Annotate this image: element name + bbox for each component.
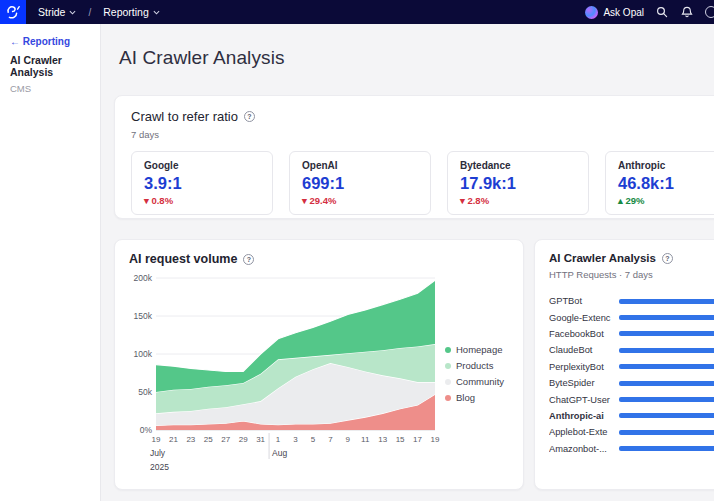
metric-card-bytedance[interactable]: Bytedance17.9k:1▾ 2.8%	[447, 151, 589, 215]
y-tick-label: 0%	[140, 425, 153, 435]
metric-card-google[interactable]: Google3.9:1▾ 0.8%	[131, 151, 273, 215]
crawler-label: Applebot-Exte	[549, 427, 613, 437]
legend-item-blog[interactable]: Blog	[445, 392, 504, 403]
crawler-row-amazonbot-[interactable]: Amazonbot-...	[549, 441, 714, 457]
crawler-label: ChatGPT-User	[549, 395, 613, 405]
crawler-bar	[619, 413, 714, 418]
metric-delta: ▾ 29.4%	[302, 195, 418, 206]
metric-label: Anthropic	[618, 160, 714, 171]
legend-dot	[445, 379, 451, 385]
y-tick-label: 50k	[138, 387, 152, 397]
crawler-row-anthropic-ai[interactable]: Anthropic-ai	[549, 408, 714, 424]
sidebar-back-reporting-link[interactable]: ← Reporting	[10, 36, 92, 47]
crawler-card-title: AI Crawler Analysis	[549, 252, 656, 264]
crawl-to-refer-ratio-card: Crawl to refer ratio ? 7 days Google3.9:…	[114, 95, 714, 219]
metric-label: Google	[144, 160, 260, 171]
x-tick-label: 3	[293, 435, 298, 444]
metric-value: 3.9:1	[144, 174, 260, 193]
metric-label: Bytedance	[460, 160, 576, 171]
crawler-label: Amazonbot-...	[549, 444, 613, 454]
search-icon[interactable]	[655, 5, 669, 19]
legend-dot	[445, 347, 451, 353]
crawler-row-gptbot[interactable]: GPTBot	[549, 293, 714, 309]
chart-legend: HomepageProductsCommunityBlog	[445, 344, 504, 474]
ask-opal-button[interactable]: Ask Opal	[585, 6, 644, 19]
chevron-down-icon	[153, 9, 160, 16]
ratio-card-title: Crawl to refer ratio	[131, 109, 238, 124]
crawler-label: GPTBot	[549, 296, 613, 306]
triangle-up-icon: ▴	[618, 195, 623, 206]
crawler-bar	[619, 397, 714, 402]
x-tick-label: 21	[169, 435, 178, 444]
crawler-label: PerplexityBot	[549, 362, 613, 372]
legend-label: Blog	[456, 392, 475, 403]
crawler-label: ClaudeBot	[549, 345, 613, 355]
crawler-row-perplexitybot[interactable]: PerplexityBot	[549, 359, 714, 375]
x-tick-label: 1	[276, 435, 281, 444]
crawler-bar	[619, 364, 714, 369]
nav-reporting-menu[interactable]: Reporting	[103, 6, 160, 18]
x-tick-label: 19	[152, 435, 161, 444]
year-label: 2025	[150, 462, 169, 472]
crawler-label: FacebookBot	[549, 329, 613, 339]
ratio-card-range: 7 days	[131, 129, 714, 140]
metric-card-anthropic[interactable]: Anthropic46.8k:1▴ 29%	[605, 151, 714, 215]
x-tick-label: 9	[346, 435, 351, 444]
crawler-row-chatgpt-user[interactable]: ChatGPT-User	[549, 391, 714, 407]
bell-icon[interactable]	[680, 5, 694, 19]
x-tick-label: 23	[186, 435, 195, 444]
main-content: AI Crawler Analysis Crawl to refer ratio…	[101, 24, 714, 501]
metric-card-openai[interactable]: OpenAI699:1▾ 29.4%	[289, 151, 431, 215]
metric-delta: ▾ 2.8%	[460, 195, 576, 206]
workspace-switcher-stride[interactable]: Stride	[38, 6, 76, 18]
triangle-down-icon: ▾	[302, 195, 307, 206]
y-tick-label: 100k	[134, 349, 153, 359]
logo-mark-icon	[5, 4, 22, 21]
y-tick-label: 200k	[134, 273, 153, 283]
crawler-bar	[619, 446, 714, 451]
month-label: Aug	[272, 448, 287, 458]
ratio-metrics-row: Google3.9:1▾ 0.8%OpenAI699:1▾ 29.4%Byted…	[131, 151, 714, 215]
x-tick-label: 29	[239, 435, 248, 444]
nav-reporting-label: Reporting	[103, 6, 149, 18]
x-tick-label: 13	[378, 435, 387, 444]
crawler-label: Google-Extenc	[549, 313, 613, 323]
crawler-label: Anthropic-ai	[549, 411, 613, 421]
y-tick-label: 150k	[134, 311, 153, 321]
crawler-row-bytespider[interactable]: ByteSpider	[549, 375, 714, 391]
chevron-down-icon	[69, 9, 76, 16]
x-tick-label: 17	[413, 435, 422, 444]
month-label: July	[150, 448, 166, 458]
ai-request-volume-card: AI request volume ? 0%50k100k150k200k192…	[114, 239, 524, 490]
crawler-label: ByteSpider	[549, 378, 613, 388]
x-tick-label: 5	[311, 435, 316, 444]
legend-item-homepage[interactable]: Homepage	[445, 344, 504, 355]
help-icon[interactable]: ?	[243, 254, 254, 265]
legend-item-community[interactable]: Community	[445, 376, 504, 387]
legend-label: Community	[456, 376, 504, 387]
help-icon[interactable]: ?	[244, 111, 255, 122]
crawler-row-google-extenc[interactable]: Google-Extenc	[549, 309, 714, 325]
metric-delta: ▾ 0.8%	[144, 195, 260, 206]
x-tick-label: 27	[221, 435, 230, 444]
triangle-down-icon: ▾	[144, 195, 149, 206]
page-title: AI Crawler Analysis	[119, 47, 714, 69]
crawler-card-subtitle: HTTP Requests · 7 days	[549, 269, 714, 280]
legend-item-products[interactable]: Products	[445, 360, 504, 371]
x-tick-label: 31	[256, 435, 265, 444]
crawler-row-facebookbot[interactable]: FacebookBot	[549, 326, 714, 342]
metric-label: OpenAI	[302, 160, 418, 171]
breadcrumb-separator: /	[88, 7, 91, 18]
help-icon[interactable]: ?	[662, 253, 673, 264]
crawler-row-claudebot[interactable]: ClaudeBot	[549, 342, 714, 358]
stride-logo[interactable]	[0, 0, 26, 24]
metric-value: 699:1	[302, 174, 418, 193]
metric-value: 46.8k:1	[618, 174, 714, 193]
volume-card-title: AI request volume	[129, 252, 237, 266]
crawler-row-applebot-exte[interactable]: Applebot-Exte	[549, 424, 714, 440]
stacked-area-chart[interactable]: 0%50k100k150k200k19212325272931135791113…	[129, 272, 441, 474]
sidebar-report-title: AI Crawler Analysis	[10, 54, 92, 78]
help-icon-partial[interactable]	[705, 6, 714, 18]
crawler-bar	[619, 430, 714, 435]
crawler-bar	[619, 381, 714, 386]
